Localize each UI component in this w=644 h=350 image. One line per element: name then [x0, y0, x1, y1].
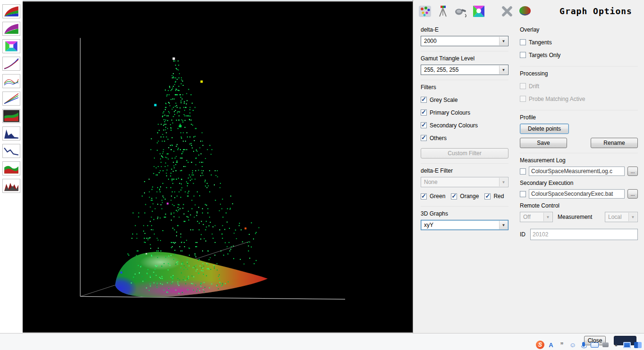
checkbox-box[interactable]: [520, 83, 526, 89]
measurement-log-checkbox[interactable]: [520, 168, 526, 175]
processing-drift-checkbox[interactable]: Drift: [520, 80, 638, 92]
delete-points-button[interactable]: Delete points: [520, 124, 569, 134]
arrow-glyph: ▲: [614, 343, 618, 347]
thumb-deltae-zigzag-icon: [3, 180, 19, 192]
filter-others-checkbox[interactable]: Others: [421, 132, 508, 144]
thumb-rgb-ramp-lines[interactable]: [2, 92, 20, 106]
probe-tool-button[interactable]: [452, 3, 470, 20]
scatter-cube-tool-button[interactable]: [416, 3, 434, 20]
gamut-square-tool-button[interactable]: [470, 3, 488, 20]
filter-secondary-colours-label: Secondary Colours: [430, 122, 478, 129]
gamut-triangle-select[interactable]: 255, 255, 255▼: [421, 65, 508, 75]
overlay-label: Overlay: [520, 26, 638, 33]
voice-input-icon[interactable]: [579, 341, 588, 349]
checkbox-box[interactable]: [520, 96, 526, 102]
chevron-down-icon: ▼: [499, 37, 508, 45]
remote-off-value: Off: [523, 214, 531, 220]
thumb-eotf-curve[interactable]: [2, 57, 20, 71]
punctuation-icon[interactable]: ”: [558, 341, 566, 349]
thumb-rgb-separation-area-icon: [3, 110, 19, 122]
measurement-log-browse-button[interactable]: ...: [627, 167, 638, 176]
plot-3d-view[interactable]: [23, 1, 413, 333]
chevron-down-icon: ▼: [499, 221, 508, 229]
secondary-execution-browse-button[interactable]: ...: [627, 189, 638, 199]
checkbox-box[interactable]: [421, 122, 427, 128]
graph-type-sidebar: [0, 0, 23, 333]
tripod-tool-button[interactable]: [434, 3, 452, 20]
thumb-rgb-balance-curves[interactable]: [2, 74, 20, 88]
delta-e-value: 2000: [424, 38, 437, 44]
chevron-down-icon: ▼: [628, 213, 637, 221]
language-mode-icon[interactable]: A: [547, 341, 555, 349]
checkbox-box[interactable]: [451, 193, 457, 200]
checkbox-box[interactable]: [421, 135, 427, 141]
checkbox-box[interactable]: [484, 193, 491, 200]
remote-display-shape: [623, 342, 631, 348]
show-hidden-icons[interactable]: ▲: [612, 341, 620, 349]
meter-probe-icon: [454, 5, 468, 18]
thumb-line-blue[interactable]: [2, 144, 20, 158]
keyboard-shape: [591, 342, 599, 348]
thumb-cie-fan-rgb[interactable]: [2, 4, 20, 18]
overlay-tangents-checkbox[interactable]: Tangents: [520, 36, 638, 49]
filter-red-checkbox[interactable]: Red: [484, 191, 504, 201]
emoji-glyph: ☺: [569, 341, 576, 349]
display-switch-shape: [634, 342, 642, 348]
thumb-cie-fan-purple[interactable]: [2, 22, 20, 36]
soft-keyboard-icon[interactable]: [590, 341, 599, 349]
measurement-log-input[interactable]: [529, 167, 625, 176]
checkbox-box[interactable]: [520, 39, 526, 45]
delta-e-select[interactable]: 2000▼: [421, 36, 508, 46]
secondary-execution-input[interactable]: [529, 189, 625, 199]
tripod-probe-icon: [436, 5, 450, 18]
remote-measurement-select[interactable]: Local▼: [605, 212, 638, 222]
processing-probe-matching-label: Probe Matching Active: [529, 96, 585, 102]
gamut-3d-icon: [518, 5, 532, 18]
delete-tool-button[interactable]: [498, 3, 516, 20]
thumb-deltae-zigzag[interactable]: [2, 179, 20, 193]
delta-e-filter-select[interactable]: None▼: [421, 177, 508, 187]
filter-secondary-colours-checkbox[interactable]: Secondary Colours: [421, 119, 508, 132]
remote-measurement-value: Local: [608, 214, 622, 220]
thumb-rgb-separation-area[interactable]: [2, 109, 20, 123]
thumb-rgb-balance-curves-icon: [3, 75, 19, 87]
filter-primary-colours-checkbox[interactable]: Primary Colours: [421, 106, 508, 119]
thumb-gamut-square[interactable]: [2, 39, 20, 53]
3d-graphs-select[interactable]: xyY▼: [421, 220, 508, 230]
save-button[interactable]: Save: [520, 138, 567, 148]
checkbox-box[interactable]: [421, 193, 427, 200]
thumb-area-redgreen-icon: [3, 162, 19, 175]
thumb-cie-fan-rgb-icon: [3, 5, 19, 17]
rename-button[interactable]: Rename: [591, 138, 638, 148]
delta-e-label: delta-E: [421, 26, 508, 33]
thumb-histogram-blue[interactable]: [2, 126, 20, 141]
filter-green-checkbox[interactable]: Green: [421, 191, 445, 201]
secondary-execution-checkbox[interactable]: [520, 191, 526, 197]
overlay-targets-only-checkbox[interactable]: Targets Only: [520, 49, 638, 61]
delta-e-filter-checks: Green Orange Red: [421, 191, 508, 201]
processing-probe-matching-checkbox[interactable]: Probe Matching Active: [520, 92, 638, 105]
emoji-picker-icon[interactable]: ☺: [568, 341, 577, 349]
remote-control-off-select[interactable]: Off▼: [520, 212, 553, 222]
sogou-input-icon[interactable]: S: [536, 341, 544, 349]
checkbox-box[interactable]: [421, 109, 427, 116]
display-switch-icon[interactable]: [634, 341, 642, 349]
toolbox-icon[interactable]: [601, 341, 610, 349]
id-label: ID: [520, 231, 525, 238]
thumb-gamut-square-icon: [3, 40, 19, 52]
gamut-3d-tool-button[interactable]: [516, 3, 534, 20]
checkbox-box[interactable]: [421, 97, 427, 103]
chevron-down-icon: ▼: [543, 213, 552, 221]
chevron-down-icon: ▼: [499, 66, 508, 74]
custom-filter-button[interactable]: Custom Filter: [421, 148, 508, 158]
checkbox-box[interactable]: [520, 52, 526, 58]
thumb-area-redgreen[interactable]: [2, 161, 20, 175]
filter-orange-checkbox[interactable]: Orange: [451, 191, 479, 201]
remote-display-icon[interactable]: [623, 341, 631, 349]
thumb-histogram-blue-icon: [3, 127, 19, 140]
filter-grey-scale-checkbox[interactable]: Grey Scale: [421, 93, 508, 106]
sogou-glyph: S: [538, 342, 542, 348]
id-input[interactable]: [530, 229, 638, 240]
filter-green-label: Green: [430, 193, 445, 200]
gamut-square-icon: [472, 5, 486, 18]
